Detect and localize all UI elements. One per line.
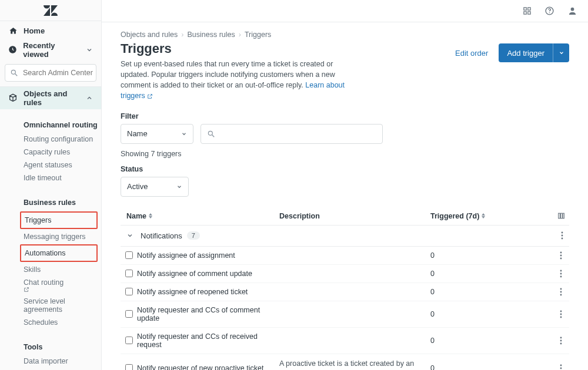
trigger-name: Notify assignee of assignment xyxy=(137,251,279,260)
row-menu-icon[interactable] xyxy=(561,231,569,240)
svg-point-26 xyxy=(560,294,562,295)
admin-search[interactable] xyxy=(5,64,96,82)
page-description: Set up event-based rules that run every … xyxy=(121,59,356,102)
trigger-name: Notify requester and CCs of comment upda… xyxy=(137,306,279,322)
sidebar-item[interactable]: Data importer xyxy=(8,355,101,368)
svg-point-19 xyxy=(560,254,562,256)
svg-rect-5 xyxy=(524,12,526,14)
sidebar-item[interactable]: Automations xyxy=(25,247,96,260)
nav-home-label: Home xyxy=(24,26,45,35)
row-checkbox[interactable] xyxy=(125,310,133,318)
trigger-count: 0 xyxy=(430,288,553,296)
row-menu-icon[interactable] xyxy=(553,288,569,296)
svg-rect-14 xyxy=(563,213,564,218)
row-checkbox[interactable] xyxy=(125,251,133,259)
svg-line-11 xyxy=(212,134,215,137)
sidebar-item[interactable]: Service level agreements xyxy=(8,295,101,316)
row-menu-icon[interactable] xyxy=(553,251,569,260)
crumb-1[interactable]: Business rules xyxy=(187,31,235,39)
crumb-0[interactable]: Objects and rules xyxy=(121,31,178,39)
apps-icon[interactable] xyxy=(523,6,532,15)
trigger-count: 0 xyxy=(430,364,553,370)
topbar xyxy=(102,0,588,22)
sidebar-item[interactable]: Messaging triggers xyxy=(8,230,101,243)
status-select[interactable]: Active xyxy=(121,177,189,197)
sidebar-item[interactable]: Triggers xyxy=(25,214,96,227)
nav-recently-label: Recently viewed xyxy=(23,41,80,59)
svg-point-16 xyxy=(562,235,563,237)
table-row[interactable]: Notify requester and CCs of received req… xyxy=(121,328,569,354)
svg-rect-4 xyxy=(528,8,530,10)
zendesk-logo-icon xyxy=(44,5,58,16)
table-row[interactable]: Notify assignee of reopened ticket0 xyxy=(121,283,569,301)
filter-field-select[interactable]: Name xyxy=(121,124,193,144)
row-checkbox[interactable] xyxy=(125,364,133,370)
add-trigger-button[interactable]: Add trigger xyxy=(499,43,553,62)
svg-point-33 xyxy=(560,364,562,366)
sidebar-item[interactable]: Chat routing xyxy=(8,276,101,295)
sidebar-heading: Omnichannel routing xyxy=(8,117,101,133)
svg-rect-6 xyxy=(528,12,530,14)
sidebar-item[interactable]: Idle timeout xyxy=(8,171,101,184)
status-label: Status xyxy=(121,165,569,173)
row-checkbox[interactable] xyxy=(125,337,133,344)
svg-point-1 xyxy=(11,70,15,74)
filter-search[interactable] xyxy=(201,124,383,144)
row-menu-icon[interactable] xyxy=(553,270,569,278)
svg-rect-3 xyxy=(524,8,526,10)
triggers-table: Name Description Triggered (7d) xyxy=(121,207,569,371)
th-triggered[interactable]: Triggered (7d) xyxy=(430,212,479,220)
sidebar-item[interactable]: Capacity rules xyxy=(8,146,101,159)
row-checkbox[interactable] xyxy=(125,270,133,277)
row-checkbox[interactable] xyxy=(125,288,133,295)
edit-order-link[interactable]: Edit order xyxy=(455,49,488,58)
table-row[interactable]: Notify assignee of comment update0 xyxy=(121,265,569,283)
svg-point-25 xyxy=(560,291,562,292)
help-icon[interactable] xyxy=(544,6,554,16)
row-menu-icon[interactable] xyxy=(553,337,569,345)
trigger-count: 0 xyxy=(430,337,553,345)
columns-icon[interactable] xyxy=(557,212,565,220)
profile-icon[interactable] xyxy=(567,6,577,16)
section-objects-and-rules[interactable]: Objects and rules xyxy=(0,87,101,109)
home-icon xyxy=(8,26,18,35)
sort-icon[interactable] xyxy=(149,213,152,218)
add-trigger-dropdown[interactable] xyxy=(553,43,569,62)
showing-count: Showing 7 triggers xyxy=(121,150,569,158)
svg-point-27 xyxy=(560,310,562,312)
svg-point-29 xyxy=(560,316,562,318)
svg-point-18 xyxy=(560,251,562,253)
table-row[interactable]: Notify assignee of assignment0 xyxy=(121,247,569,265)
main-area: Objects and rules › Business rules › Tri… xyxy=(102,0,588,370)
filter-search-input[interactable] xyxy=(215,129,376,138)
chevron-up-icon xyxy=(86,95,93,102)
external-link-icon xyxy=(147,93,153,99)
svg-line-2 xyxy=(15,74,18,76)
crumb-2[interactable]: Triggers xyxy=(245,31,271,39)
svg-rect-12 xyxy=(558,213,560,218)
sidebar-item[interactable]: Routing configuration xyxy=(8,133,101,146)
svg-point-30 xyxy=(560,337,562,338)
svg-point-9 xyxy=(571,8,574,11)
table-row[interactable]: Notify requester and CCs of comment upda… xyxy=(121,301,569,328)
trigger-name: Notify requester and CCs of received req… xyxy=(137,332,279,349)
chevron-down-icon[interactable] xyxy=(126,232,133,239)
sidebar-item[interactable]: Agent statuses xyxy=(8,159,101,171)
page-title: Triggers xyxy=(121,41,356,56)
sort-icon[interactable] xyxy=(482,213,485,218)
table-row[interactable]: Notify requester of new proactive ticket… xyxy=(121,354,569,371)
sidebar-item[interactable]: Skills xyxy=(8,263,101,276)
brand-area xyxy=(0,0,101,21)
breadcrumb: Objects and rules › Business rules › Tri… xyxy=(121,31,569,39)
nav-recently-viewed[interactable]: Recently viewed xyxy=(0,41,101,59)
th-name[interactable]: Name xyxy=(126,212,146,220)
trigger-name: Notify assignee of reopened ticket xyxy=(137,288,279,296)
svg-point-23 xyxy=(560,275,562,277)
sidebar-item[interactable]: Schedules xyxy=(8,316,101,329)
nav-home[interactable]: Home xyxy=(0,21,101,40)
row-menu-icon[interactable] xyxy=(553,364,569,370)
trigger-count: 0 xyxy=(430,270,553,278)
row-menu-icon[interactable] xyxy=(553,310,569,318)
svg-point-17 xyxy=(562,238,563,240)
trigger-group-row[interactable]: Notifications 7 xyxy=(121,226,569,247)
